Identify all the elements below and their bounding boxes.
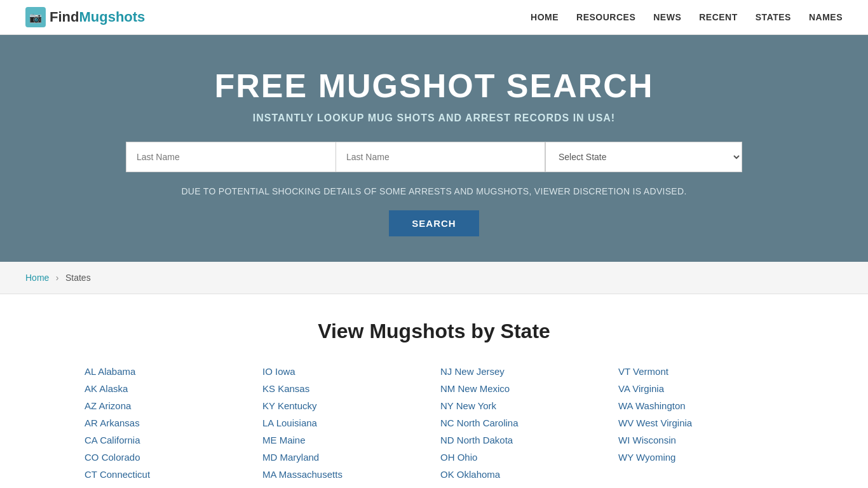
breadcrumb-home[interactable]: Home [25, 273, 49, 283]
state-link[interactable]: KY Kentucky [262, 400, 428, 411]
state-link[interactable]: NC North Carolina [440, 417, 606, 428]
state-link[interactable]: AR Arkansas [85, 417, 250, 428]
nav-links: HOMERESOURCESNEWSRECENTSTATESNAMES [531, 11, 843, 23]
state-column-2: NJ New JerseyNM New MexicoNY New YorkNC … [440, 366, 606, 488]
breadcrumb: Home › States [0, 262, 868, 294]
state-link[interactable]: MA Massachusetts [262, 469, 428, 480]
nav-link-recent[interactable]: RECENT [699, 12, 738, 22]
state-link[interactable]: AK Alaska [85, 383, 250, 394]
state-link[interactable]: ME Maine [262, 435, 428, 445]
logo-find: FindMugshots [50, 9, 145, 25]
state-link[interactable]: ND North Dakota [440, 435, 606, 445]
disclaimer-text: DUE TO POTENTIAL SHOCKING DETAILS OF SOM… [13, 186, 855, 196]
logo-icon: 📷 [25, 7, 46, 27]
logo-link[interactable]: 📷 FindMugshots [25, 7, 145, 27]
state-column-3: VT VermontVA VirginiaWA WashingtonWV Wes… [618, 366, 783, 488]
states-title: View Mugshots by State [25, 320, 843, 343]
state-link[interactable]: CT Connecticut [85, 469, 250, 480]
breadcrumb-separator: › [56, 273, 59, 283]
state-link[interactable]: IO Iowa [262, 366, 428, 377]
state-link[interactable]: LA Louisiana [262, 417, 428, 428]
states-section: View Mugshots by State AL AlabamaAK Alas… [0, 294, 868, 488]
state-link[interactable]: NM New Mexico [440, 383, 606, 394]
navbar: 📷 FindMugshots HOMERESOURCESNEWSRECENTST… [0, 0, 868, 35]
state-link[interactable]: VA Virginia [618, 383, 783, 394]
state-link[interactable]: WV West Virginia [618, 417, 783, 428]
search-row: Select StateAlabamaAlaskaArizonaArkansas… [13, 142, 855, 172]
state-select[interactable]: Select StateAlabamaAlaskaArizonaArkansas… [545, 142, 742, 172]
state-link[interactable]: CO Colorado [85, 452, 250, 463]
nav-link-home[interactable]: HOME [531, 12, 559, 22]
state-link[interactable]: OH Ohio [440, 452, 606, 463]
states-grid: AL AlabamaAK AlaskaAZ ArizonaAR Arkansas… [85, 366, 783, 488]
nav-link-news[interactable]: NEWS [653, 12, 681, 22]
breadcrumb-current: States [65, 273, 91, 283]
nav-link-states[interactable]: STATES [756, 12, 791, 22]
hero-section: FREE MUGSHOT SEARCH INSTANTLY LOOKUP MUG… [0, 35, 868, 262]
state-column-1: IO IowaKS KansasKY KentuckyLA LouisianaM… [262, 366, 428, 488]
state-link[interactable]: CA California [85, 435, 250, 445]
state-link[interactable]: NY New York [440, 400, 606, 411]
state-link[interactable]: WA Washington [618, 400, 783, 411]
state-column-0: AL AlabamaAK AlaskaAZ ArizonaAR Arkansas… [85, 366, 250, 488]
state-link[interactable]: VT Vermont [618, 366, 783, 377]
firstname-input[interactable] [126, 142, 336, 172]
state-link[interactable]: AZ Arizona [85, 400, 250, 411]
state-link[interactable]: OK Oklahoma [440, 469, 606, 480]
hero-subtitle: INSTANTLY LOOKUP MUG SHOTS AND ARREST RE… [13, 112, 855, 124]
nav-link-resources[interactable]: RESOURCES [576, 12, 635, 22]
state-link[interactable]: NJ New Jersey [440, 366, 606, 377]
state-link[interactable]: WI Wisconsin [618, 435, 783, 445]
nav-link-names[interactable]: NAMES [809, 12, 843, 22]
state-link[interactable]: AL Alabama [85, 366, 250, 377]
hero-title: FREE MUGSHOT SEARCH [13, 67, 855, 105]
state-link[interactable]: WY Wyoming [618, 452, 783, 463]
search-button[interactable]: SEARCH [389, 210, 478, 236]
lastname-input[interactable] [336, 142, 545, 172]
state-link[interactable]: MD Maryland [262, 452, 428, 463]
state-link[interactable]: KS Kansas [262, 383, 428, 394]
